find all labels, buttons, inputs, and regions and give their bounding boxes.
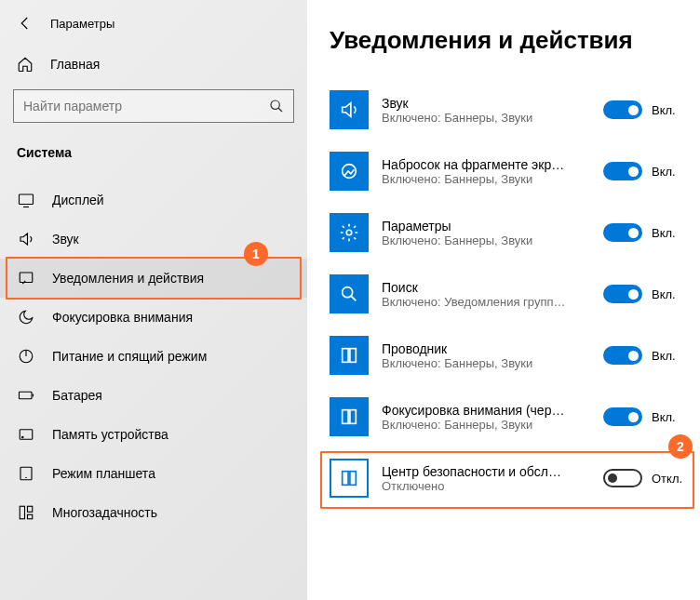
app-sound[interactable]: Звук Включено: Баннеры, Звуки Вкл. bbox=[330, 79, 689, 140]
search-box[interactable] bbox=[13, 89, 294, 123]
toggle-state: Вкл. bbox=[652, 165, 689, 179]
home-link[interactable]: Главная bbox=[0, 48, 307, 86]
app-text: Набросок на фрагменте экрана Включено: Б… bbox=[382, 157, 590, 186]
page-title: Уведомления и действия bbox=[330, 26, 689, 55]
app-sound-icon bbox=[330, 90, 369, 129]
app-text: Поиск Включено: Уведомления группы… bbox=[382, 280, 590, 309]
search-icon bbox=[269, 99, 284, 113]
header: Параметры bbox=[0, 11, 307, 48]
app-text: Проводник Включено: Баннеры, Звуки bbox=[382, 341, 590, 370]
toggle-focus[interactable] bbox=[603, 407, 642, 426]
svg-rect-14 bbox=[343, 349, 348, 363]
toggle-state: Вкл. bbox=[652, 287, 689, 301]
app-title: Набросок на фрагменте экрана bbox=[382, 157, 568, 172]
app-explorer[interactable]: Проводник Включено: Баннеры, Звуки Вкл. bbox=[330, 325, 689, 386]
toggle-state: Вкл. bbox=[652, 410, 689, 424]
toggle-state: Вкл. bbox=[652, 226, 689, 240]
nav-focus-assist[interactable]: Фокусировка внимания bbox=[0, 298, 307, 337]
app-title: Фокусировка внимания (через… bbox=[382, 403, 568, 418]
app-search-icon bbox=[330, 274, 369, 313]
nav-tablet[interactable]: Режим планшета bbox=[0, 454, 307, 493]
svg-rect-10 bbox=[28, 514, 33, 519]
app-subtitle: Включено: Уведомления группы… bbox=[382, 295, 568, 309]
app-title: Центр безопасности и обслужи… bbox=[382, 464, 568, 479]
nav-label: Фокусировка внимания bbox=[52, 310, 193, 325]
app-text: Центр безопасности и обслужи… Отключено bbox=[382, 464, 590, 493]
app-search[interactable]: Поиск Включено: Уведомления группы… Вкл. bbox=[330, 263, 689, 325]
app-focus-icon bbox=[330, 397, 369, 436]
search-input[interactable] bbox=[23, 99, 269, 113]
storage-icon bbox=[17, 426, 35, 443]
app-settings[interactable]: Параметры Включено: Баннеры, Звуки Вкл. bbox=[330, 202, 689, 263]
app-text: Звук Включено: Баннеры, Звуки bbox=[382, 96, 590, 125]
app-snip-icon bbox=[330, 152, 369, 191]
nav-notifications[interactable]: 1 Уведомления и действия bbox=[0, 259, 307, 298]
svg-point-6 bbox=[22, 436, 24, 438]
toggle-search[interactable] bbox=[603, 285, 642, 303]
svg-rect-16 bbox=[343, 410, 348, 424]
app-subtitle: Включено: Баннеры, Звуки bbox=[382, 356, 568, 370]
nav-label: Память устройства bbox=[52, 427, 168, 442]
app-subtitle: Отключено bbox=[382, 479, 568, 493]
toggle-security[interactable] bbox=[603, 469, 642, 487]
display-icon bbox=[17, 192, 35, 208]
app-subtitle: Включено: Баннеры, Звуки bbox=[382, 418, 568, 432]
app-text: Параметры Включено: Баннеры, Звуки bbox=[382, 219, 590, 247]
nav-label: Дисплей bbox=[52, 193, 104, 207]
app-explorer-icon bbox=[330, 336, 369, 375]
app-focus[interactable]: Фокусировка внимания (через… Включено: Б… bbox=[330, 386, 689, 447]
back-button[interactable] bbox=[17, 15, 34, 32]
app-settings-icon bbox=[330, 213, 369, 252]
app-text: Фокусировка внимания (через… Включено: Б… bbox=[382, 403, 590, 432]
toggle-settings[interactable] bbox=[603, 223, 642, 242]
toggle-state: Вкл. bbox=[652, 349, 689, 363]
nav-power[interactable]: Питание и спящий режим bbox=[0, 337, 307, 376]
nav-label: Многозадачность bbox=[52, 505, 157, 520]
app-snip[interactable]: Набросок на фрагменте экрана Включено: Б… bbox=[330, 140, 689, 202]
svg-rect-19 bbox=[350, 472, 356, 486]
app-security-icon bbox=[330, 459, 369, 498]
svg-rect-15 bbox=[350, 349, 356, 363]
nav-display[interactable]: Дисплей bbox=[0, 180, 307, 220]
toggle-explorer[interactable] bbox=[603, 346, 642, 365]
svg-point-12 bbox=[346, 230, 352, 235]
home-label: Главная bbox=[50, 57, 100, 72]
arrow-left-icon bbox=[17, 15, 34, 32]
svg-point-0 bbox=[271, 100, 279, 109]
toggle-state: Вкл. bbox=[652, 103, 689, 117]
app-security[interactable]: 2 Центр безопасности и обслужи… Отключен… bbox=[330, 447, 689, 509]
nav-multitask[interactable]: Многозадачность bbox=[0, 493, 307, 532]
battery-icon bbox=[17, 387, 35, 404]
nav-label: Режим планшета bbox=[52, 466, 155, 481]
nav-label: Уведомления и действия bbox=[52, 271, 204, 286]
nav-battery[interactable]: Батарея bbox=[0, 376, 307, 415]
svg-rect-8 bbox=[20, 506, 24, 519]
power-icon bbox=[17, 348, 35, 365]
app-title: Звук bbox=[382, 96, 568, 111]
toggle-sound[interactable] bbox=[603, 100, 642, 119]
app-subtitle: Включено: Баннеры, Звуки bbox=[382, 172, 568, 186]
nav-label: Питание и спящий режим bbox=[52, 349, 207, 364]
main-pane: Уведомления и действия Звук Включено: Ба… bbox=[307, 0, 700, 600]
annotation-badge-1: 1 bbox=[244, 242, 268, 266]
home-icon bbox=[17, 56, 34, 73]
annotation-badge-2: 2 bbox=[668, 434, 693, 459]
window-title: Параметры bbox=[50, 17, 114, 31]
moon-icon bbox=[17, 309, 35, 326]
svg-rect-17 bbox=[350, 410, 356, 424]
sound-icon bbox=[17, 231, 35, 247]
section-header: Система bbox=[0, 140, 307, 180]
toggle-snip[interactable] bbox=[603, 162, 642, 180]
app-title: Параметры bbox=[382, 219, 568, 233]
nav-storage[interactable]: Память устройства bbox=[0, 415, 307, 454]
nav-label: Звук bbox=[52, 232, 79, 247]
svg-rect-18 bbox=[343, 472, 348, 486]
notification-icon bbox=[17, 270, 35, 287]
nav-label: Батарея bbox=[52, 388, 102, 403]
app-title: Проводник bbox=[382, 341, 568, 356]
app-subtitle: Включено: Баннеры, Звуки bbox=[382, 233, 568, 247]
multitask-icon bbox=[17, 504, 35, 521]
app-title: Поиск bbox=[382, 280, 568, 295]
app-subtitle: Включено: Баннеры, Звуки bbox=[382, 111, 568, 125]
svg-rect-2 bbox=[20, 273, 33, 283]
